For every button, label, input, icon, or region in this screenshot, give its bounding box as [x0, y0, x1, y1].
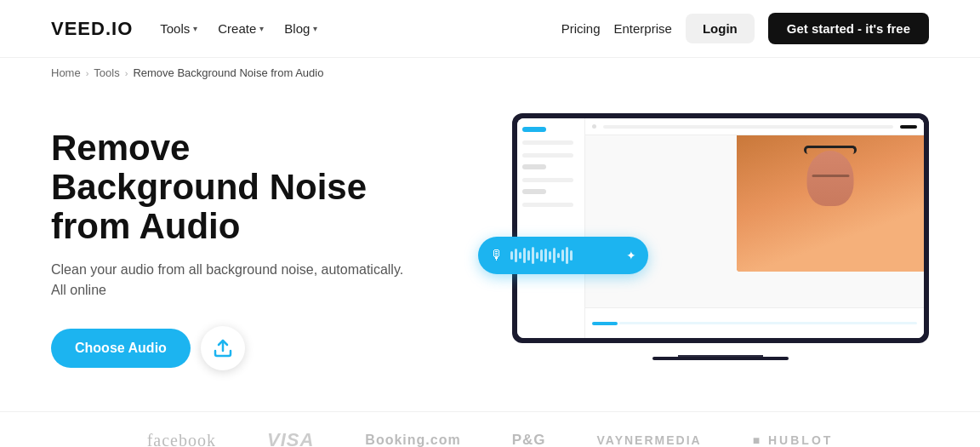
- sparkle-icon: ✦: [626, 249, 636, 262]
- chevron-down-icon: ▾: [193, 24, 197, 33]
- person-head: [807, 151, 854, 206]
- timeline-fill: [592, 322, 618, 325]
- pricing-link[interactable]: Pricing: [561, 21, 601, 36]
- sidebar-item: [522, 164, 546, 169]
- wave-bar: [544, 249, 547, 262]
- hero-section: Remove Background Noise from Audio Clean…: [0, 88, 980, 403]
- microphone-icon: 🎙: [490, 248, 504, 263]
- wave-bar: [557, 253, 560, 258]
- hero-content: Remove Background Noise from Audio Clean…: [51, 129, 408, 371]
- hero-actions: Choose Audio: [51, 326, 408, 370]
- audio-wave: [510, 247, 616, 264]
- breadcrumb-home[interactable]: Home: [51, 66, 81, 79]
- wave-bar: [527, 250, 530, 261]
- sidebar-line: [522, 178, 573, 182]
- brand-booking: Booking.com: [365, 433, 460, 447]
- app-sidebar: [517, 118, 585, 338]
- hero-title: Remove Background Noise from Audio: [51, 129, 408, 247]
- nav-blog[interactable]: Blog ▾: [284, 21, 317, 36]
- sidebar-item: [522, 189, 546, 194]
- headphones-icon: [804, 146, 857, 154]
- brand-hublot: ■ HUBLOT: [753, 433, 834, 447]
- chevron-down-icon: ▾: [259, 24, 264, 33]
- wave-bar: [523, 248, 526, 263]
- nav-create[interactable]: Create ▾: [218, 21, 264, 36]
- wave-bar: [570, 250, 573, 261]
- get-started-button[interactable]: Get started - it's free: [768, 13, 929, 44]
- sidebar-line: [522, 140, 573, 145]
- audio-waveform-pill: 🎙 ✦: [478, 237, 648, 274]
- laptop-screen-inner: [517, 118, 924, 338]
- wave-bar: [515, 249, 517, 262]
- timeline-bar: [585, 307, 924, 338]
- laptop-screen: [512, 113, 929, 343]
- app-topbar: [585, 118, 924, 135]
- person-inner: [737, 135, 924, 272]
- brand-vaynermedia: VAYNERMEDIA: [597, 433, 702, 447]
- wave-bar: [566, 247, 568, 264]
- nav-links: Tools ▾ Create ▾ Blog ▾: [160, 21, 317, 36]
- breadcrumb-current: Remove Background Noise from Audio: [133, 66, 323, 79]
- app-main-area: [585, 118, 924, 338]
- topbar-text: [603, 125, 893, 129]
- laptop-foot: [652, 357, 789, 360]
- hero-illustration: 🎙 ✦: [453, 113, 929, 386]
- timeline-track: [619, 322, 917, 324]
- wave-bar: [510, 251, 513, 260]
- person-photo: [737, 135, 924, 272]
- wave-bar: [540, 249, 543, 261]
- breadcrumb-tools[interactable]: Tools: [94, 66, 119, 79]
- sidebar-item: [522, 127, 546, 132]
- enterprise-link[interactable]: Enterprise: [614, 21, 672, 36]
- breadcrumb-separator: ›: [125, 68, 128, 78]
- topbar-dot: [592, 124, 596, 129]
- nav-left: VEED.IO Tools ▾ Create ▾ Blog ▾: [51, 18, 317, 40]
- breadcrumb-separator: ›: [86, 68, 89, 78]
- upload-button[interactable]: [201, 326, 245, 370]
- brand-visa: VISA: [267, 429, 314, 447]
- logo[interactable]: VEED.IO: [51, 18, 133, 40]
- login-button[interactable]: Login: [686, 14, 755, 43]
- brand-pg: P&G: [512, 432, 546, 447]
- wave-bar: [519, 252, 521, 259]
- glasses-icon: [812, 175, 849, 177]
- navigation: VEED.IO Tools ▾ Create ▾ Blog ▾ Pricing …: [0, 0, 980, 58]
- wave-bar: [536, 252, 538, 259]
- wave-bar: [561, 249, 564, 261]
- hero-description: Clean your audio from all background noi…: [51, 260, 408, 301]
- choose-audio-button[interactable]: Choose Audio: [51, 329, 191, 368]
- nav-tools[interactable]: Tools ▾: [160, 21, 197, 36]
- wave-bar: [553, 248, 556, 263]
- brand-facebook: facebook: [147, 431, 216, 448]
- nav-right: Pricing Enterprise Login Get started - i…: [561, 13, 929, 44]
- sidebar-line: [522, 203, 573, 207]
- chevron-down-icon: ▾: [313, 24, 317, 33]
- topbar-action: [900, 125, 917, 129]
- wave-bar: [549, 251, 551, 260]
- upload-icon: [213, 338, 233, 358]
- breadcrumb: Home › Tools › Remove Background Noise f…: [0, 58, 980, 88]
- sidebar-line: [522, 153, 573, 158]
- brand-logos-section: facebook VISA Booking.com P&G VAYNERMEDI…: [0, 411, 980, 447]
- wave-bar: [532, 247, 534, 264]
